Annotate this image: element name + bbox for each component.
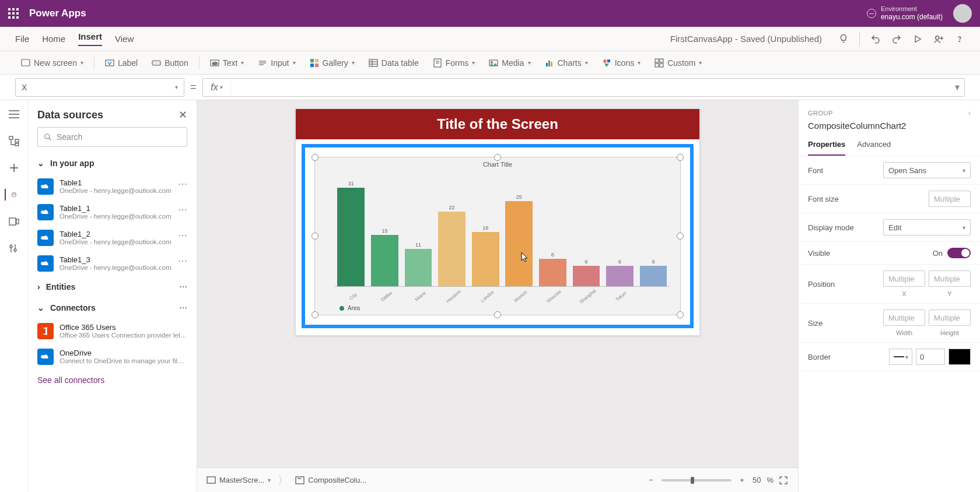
connector-item[interactable]: OneDriveConnect to OneDrive to manage yo… xyxy=(28,344,197,370)
rail-media-icon[interactable] xyxy=(8,216,20,227)
ribbon-charts[interactable]: Charts▾ xyxy=(539,56,594,70)
prop-position-label: Position xyxy=(808,280,835,289)
menu-file[interactable]: File xyxy=(15,34,29,44)
help-icon[interactable] xyxy=(954,34,965,44)
chart[interactable]: Chart Title 3115112216258666 CityDallasM… xyxy=(314,157,681,315)
ribbon-text[interactable]: ab Text▾ xyxy=(204,56,250,70)
menu-view[interactable]: View xyxy=(115,34,134,44)
close-icon[interactable]: ✕ xyxy=(178,108,187,121)
more-icon[interactable]: ⋯ xyxy=(178,178,187,189)
prop-size-w[interactable]: Multiple xyxy=(883,310,925,326)
section-in-your-app[interactable]: ⌄ In your app xyxy=(28,153,197,174)
menubar: File Home Insert View FirstCanvasApp - S… xyxy=(0,27,980,51)
app-launcher-icon[interactable] xyxy=(8,8,19,19)
svg-rect-35 xyxy=(660,64,663,67)
share-icon[interactable] xyxy=(933,34,944,44)
undo-icon[interactable] xyxy=(870,34,881,44)
datasource-item[interactable]: Table1OneDrive - henry.legge@outlook.com… xyxy=(28,174,197,199)
formula-expand-icon[interactable]: ▾ xyxy=(950,82,964,93)
breadcrumb-sep-icon: 〉 xyxy=(278,473,288,487)
prop-position-y[interactable]: Multiple xyxy=(929,270,971,287)
ribbon-media[interactable]: Media▾ xyxy=(483,56,536,70)
connector-item[interactable]: Office 365 UsersOffice 365 Users Connect… xyxy=(28,318,197,344)
zoom-slider[interactable] xyxy=(662,479,732,482)
rail-variables-icon[interactable] xyxy=(8,243,20,254)
section-entities[interactable]: › Entities ⋯ xyxy=(28,276,197,297)
prop-fontsize-input[interactable]: Multiple xyxy=(929,191,971,207)
breadcrumb-control[interactable]: CompositeColu... xyxy=(295,476,366,484)
menu-home[interactable]: Home xyxy=(42,34,65,44)
svg-rect-26 xyxy=(546,63,548,66)
visible-toggle[interactable] xyxy=(947,248,971,258)
svg-point-44 xyxy=(12,192,15,194)
ribbon-new-screen[interactable]: New screen▾ xyxy=(15,56,89,70)
menu-insert[interactable]: Insert xyxy=(78,31,102,46)
svg-rect-32 xyxy=(655,59,659,62)
redo-icon[interactable] xyxy=(891,34,902,44)
fx-icon[interactable]: fx▾ xyxy=(203,79,231,96)
datasource-item[interactable]: Table1_1OneDrive - henry.legge@outlook.c… xyxy=(28,199,197,225)
fit-to-window-icon[interactable] xyxy=(779,476,789,484)
svg-rect-15 xyxy=(310,64,314,67)
breadcrumb-screen[interactable]: MasterScre... ▾ xyxy=(206,476,271,484)
search-input[interactable]: Search xyxy=(37,127,187,147)
prop-font-label: Font xyxy=(808,166,823,175)
tab-advanced[interactable]: Advanced xyxy=(857,136,891,156)
rail-tree-icon[interactable] xyxy=(8,135,20,147)
ribbon-label[interactable]: Label xyxy=(99,56,144,70)
zoom-out-button[interactable]: − xyxy=(646,476,656,484)
svg-rect-16 xyxy=(315,64,318,67)
svg-point-25 xyxy=(491,61,493,63)
onedrive-icon xyxy=(37,178,54,195)
ribbon-data-table[interactable]: Data table xyxy=(363,56,425,70)
datasource-item[interactable]: Table1_2OneDrive - henry.legge@outlook.c… xyxy=(28,225,197,251)
canvas[interactable]: Title of the Screen Chart Title 31151122… xyxy=(197,100,798,492)
onedrive-icon xyxy=(37,230,54,246)
rail-hamburger-icon[interactable] xyxy=(8,108,20,120)
chevron-right-icon[interactable]: › xyxy=(968,108,971,117)
datasource-item[interactable]: Table1_3OneDrive - henry.legge@outlook.c… xyxy=(28,251,197,276)
svg-point-48 xyxy=(10,245,12,248)
chart-selection[interactable]: Chart Title 3115112216258666 CityDallasM… xyxy=(302,144,694,328)
more-icon[interactable]: ⋯ xyxy=(178,255,187,266)
document-status: FirstCanvasApp - Saved (Unpublished) xyxy=(670,34,822,44)
svg-rect-17 xyxy=(369,59,377,66)
ribbon-gallery[interactable]: Gallery▾ xyxy=(304,56,360,70)
border-width-input[interactable]: 0 xyxy=(916,349,945,365)
property-selector[interactable]: X▾ xyxy=(15,78,184,97)
border-color-input[interactable] xyxy=(949,349,971,365)
app-checker-icon[interactable] xyxy=(838,34,849,44)
border-style-input[interactable]: ▾ xyxy=(889,349,912,365)
prop-size-h[interactable]: Multiple xyxy=(929,310,971,326)
onedrive-icon xyxy=(37,204,54,220)
user-avatar[interactable] xyxy=(953,4,972,23)
rail-add-icon[interactable] xyxy=(8,162,20,174)
tab-properties[interactable]: Properties xyxy=(808,136,845,156)
prop-font-input[interactable]: Open Sans▾ xyxy=(883,162,971,178)
environment-selector[interactable]: Environment enayu.com (default) xyxy=(867,5,943,22)
zoom-in-button[interactable]: + xyxy=(737,476,747,484)
play-icon[interactable] xyxy=(912,34,923,44)
more-icon[interactable]: ⋯ xyxy=(178,204,187,215)
ribbon-forms[interactable]: Forms▾ xyxy=(427,56,481,70)
more-icon[interactable]: ⋯ xyxy=(179,282,187,291)
chart-x-labels: CityDallasMiamiHoustonLondonMunichMoscow… xyxy=(335,294,670,300)
screen-preview[interactable]: Title of the Screen Chart Title 31151122… xyxy=(295,108,700,336)
prop-displaymode-input[interactable]: Edit▾ xyxy=(883,219,971,236)
more-icon[interactable]: ⋯ xyxy=(179,303,187,312)
svg-rect-46 xyxy=(16,219,19,224)
more-icon[interactable]: ⋯ xyxy=(178,230,187,241)
prop-border-label: Border xyxy=(808,353,831,361)
prop-position-x[interactable]: Multiple xyxy=(883,270,925,287)
rail-data-icon[interactable] xyxy=(5,189,16,201)
svg-rect-27 xyxy=(548,61,550,66)
zoom-percent: % xyxy=(766,476,774,484)
chevron-right-icon: › xyxy=(37,282,40,291)
ribbon-button[interactable]: Button xyxy=(146,56,194,70)
section-connectors[interactable]: ⌄ Connectors ⋯ xyxy=(28,297,197,318)
ribbon-input[interactable]: Input▾ xyxy=(252,56,301,70)
see-all-connectors-link[interactable]: See all connectors xyxy=(28,370,197,391)
ribbon-icons[interactable]: Icons▾ xyxy=(596,56,646,70)
onedrive-icon xyxy=(37,349,54,365)
ribbon-custom[interactable]: Custom▾ xyxy=(649,56,708,70)
